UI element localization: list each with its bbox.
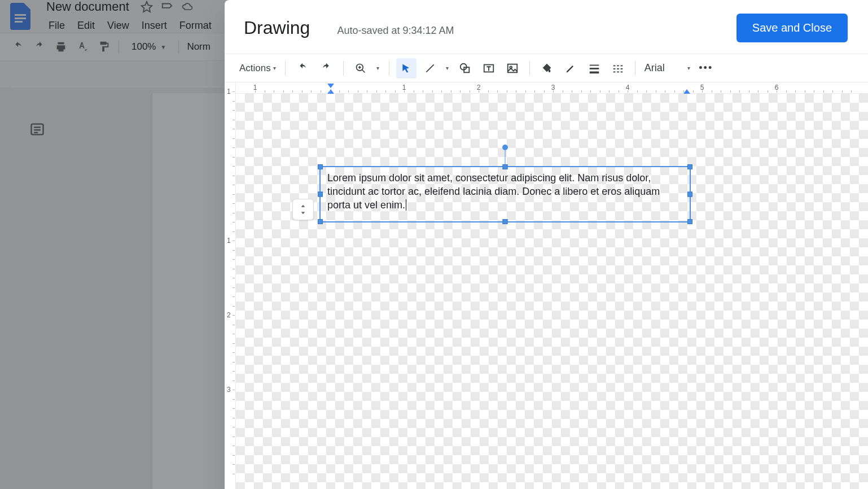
line-dropdown-icon[interactable]: ▾ [444, 58, 451, 78]
drawing-canvas-area: 1 1 2 3 1 1 2 3 4 5 6 [225, 82, 868, 489]
svg-rect-28 [617, 71, 619, 72]
border-color-icon[interactable] [560, 58, 581, 78]
svg-rect-18 [590, 64, 599, 66]
ruler-tick: 1 [227, 237, 231, 244]
svg-rect-19 [590, 68, 599, 69]
svg-line-12 [426, 64, 433, 72]
dialog-title: Drawing [244, 18, 310, 38]
textbox-tool-icon[interactable] [479, 58, 499, 78]
resize-handle-mr[interactable] [687, 192, 692, 197]
text-box-content[interactable]: Lorem ipsum dolor sit amet, consectetur … [321, 167, 690, 216]
image-tool-icon[interactable] [502, 58, 523, 78]
resize-handle-ml[interactable] [318, 192, 323, 197]
border-weight-icon[interactable] [584, 58, 604, 78]
resize-handle-tl[interactable] [318, 164, 323, 169]
first-line-indent-icon[interactable] [327, 84, 334, 88]
ruler-tick: 3 [227, 386, 231, 394]
line-tool-icon[interactable] [420, 58, 440, 78]
more-options-icon[interactable]: ••• [696, 58, 716, 78]
resize-handle-tr[interactable] [687, 164, 692, 169]
font-select[interactable]: Arial▾ [642, 58, 692, 78]
svg-rect-29 [620, 71, 622, 72]
rotate-handle[interactable] [502, 145, 508, 150]
autofit-toggle-icon[interactable] [292, 199, 314, 220]
ruler-tick: 1 [227, 88, 231, 95]
border-dash-icon[interactable] [608, 58, 628, 78]
ruler-tick: 2 [227, 311, 231, 319]
resize-handle-bm[interactable] [503, 219, 508, 224]
svg-line-9 [362, 69, 365, 72]
dialog-header: Drawing Auto-saved at 9:34:12 AM Save an… [225, 0, 868, 54]
save-and-close-button[interactable]: Save and Close [737, 14, 848, 42]
svg-rect-24 [613, 68, 616, 69]
redo-icon[interactable] [316, 58, 336, 78]
resize-handle-tm[interactable] [503, 164, 508, 169]
svg-rect-25 [617, 68, 619, 69]
text-cursor [406, 199, 406, 211]
autosave-status: Auto-saved at 9:34:12 AM [337, 25, 454, 37]
resize-handle-br[interactable] [687, 219, 692, 224]
zoom-dropdown-icon[interactable]: ▾ [374, 58, 382, 78]
actions-menu[interactable]: Actions▾ [237, 58, 278, 78]
svg-rect-27 [613, 71, 616, 72]
svg-rect-22 [617, 65, 619, 66]
select-tool-icon[interactable] [396, 58, 417, 78]
drawing-dialog: Drawing Auto-saved at 9:34:12 AM Save an… [225, 0, 868, 489]
text-box[interactable]: Lorem ipsum dolor sit amet, consectetur … [319, 166, 691, 222]
right-indent-icon[interactable] [683, 89, 690, 94]
svg-rect-21 [613, 65, 616, 66]
undo-icon[interactable] [292, 58, 313, 78]
svg-rect-16 [508, 64, 518, 72]
horizontal-ruler[interactable]: 1 1 2 3 4 5 6 [236, 82, 868, 94]
left-indent-icon[interactable] [327, 89, 334, 94]
svg-rect-20 [590, 71, 599, 73]
zoom-icon[interactable] [350, 58, 371, 78]
shape-tool-icon[interactable] [455, 58, 475, 78]
vertical-ruler[interactable]: 1 1 2 3 [225, 82, 236, 489]
svg-rect-26 [620, 68, 622, 69]
drawing-canvas[interactable]: Lorem ipsum dolor sit amet, consectetur … [236, 94, 868, 489]
resize-handle-bl[interactable] [318, 219, 323, 224]
fill-color-icon[interactable] [537, 58, 557, 78]
drawing-toolbar: Actions▾ ▾ ▾ Arial▾ ••• [225, 54, 868, 82]
svg-rect-23 [620, 65, 622, 66]
